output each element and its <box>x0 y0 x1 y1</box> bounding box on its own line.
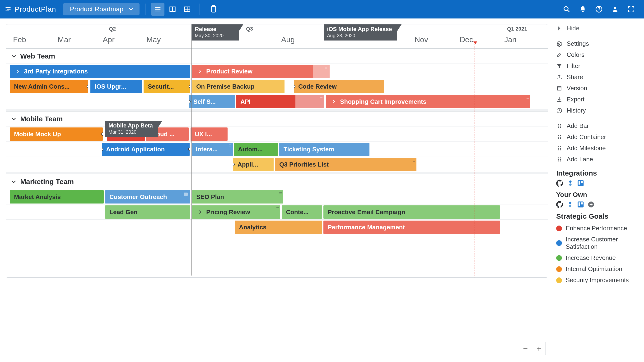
link-node-icon[interactable] <box>189 100 190 103</box>
svg-point-18 <box>558 43 560 44</box>
bar-label: Lead Gen <box>110 208 138 216</box>
export-link[interactable]: Export <box>556 94 637 105</box>
bar-pricing-review[interactable]: Pricing Review <box>192 205 280 219</box>
fullscreen-button[interactable] <box>626 4 636 14</box>
history-link[interactable]: History <box>556 105 637 116</box>
svg-point-24 <box>560 125 561 126</box>
timeline-view-button[interactable] <box>151 2 164 16</box>
svg-point-34 <box>560 146 561 147</box>
svg-point-32 <box>560 138 561 139</box>
bar-intera[interactable]: Intera... <box>192 143 233 156</box>
add-container[interactable]: Add Container <box>556 132 637 143</box>
version-link[interactable]: Version <box>556 83 637 94</box>
add-milestone[interactable]: Add Milestone <box>556 143 637 154</box>
link-node-icon[interactable] <box>102 148 103 151</box>
bar-label: Android Application <box>106 146 165 153</box>
bar-ticketing[interactable]: Ticketing System <box>279 143 370 156</box>
user-button[interactable] <box>610 4 620 14</box>
bar-new-admin[interactable]: New Admin Cons... <box>10 80 88 93</box>
goal-item[interactable]: Increase Revenue <box>556 252 637 263</box>
lane-header-marketing[interactable]: Marketing Team <box>6 174 548 189</box>
bar-api[interactable]: API <box>236 95 324 108</box>
filter-link[interactable]: Filter <box>556 60 637 72</box>
notifications-button[interactable] <box>578 4 588 14</box>
help-button[interactable] <box>594 4 604 14</box>
bar-self-s[interactable]: Self S... <box>189 95 235 108</box>
bar-product-review[interactable]: Product Review <box>192 65 330 78</box>
share-link[interactable]: Share <box>556 72 637 83</box>
share-icon <box>556 74 562 80</box>
month-label: Mar <box>58 35 71 44</box>
roadmap-canvas[interactable]: Q2 Q3 Q4 Q1 2021 Feb Mar Apr May Aug Nov… <box>6 24 548 278</box>
bar-lead-gen[interactable]: Lead Gen <box>105 205 190 219</box>
milestone-ios-release[interactable]: iOS Mobile App Release Aug 28, 2020 <box>324 24 397 40</box>
bar-3rd-party[interactable]: 3rd Party Integrations <box>10 65 190 78</box>
roadmap-selector[interactable]: Product Roadmap <box>63 3 140 15</box>
jira-icon[interactable] <box>567 180 574 187</box>
svg-point-17 <box>614 7 616 9</box>
bar-shopping-cart[interactable]: Shopping Cart Improvements <box>326 95 530 108</box>
svg-point-37 <box>558 149 559 150</box>
link-node-icon[interactable] <box>86 85 88 88</box>
milestone-release[interactable]: Release May 30, 2020 <box>192 24 239 40</box>
add-lane[interactable]: Add Lane <box>556 154 637 165</box>
goal-label: Security Improvements <box>566 276 629 284</box>
bar-autom[interactable]: Autom... <box>234 143 278 156</box>
lane-header-mobile[interactable]: Mobile Team <box>6 111 548 126</box>
grip-icon <box>413 159 415 163</box>
bar-proactive-email[interactable]: Proactive Email Campaign <box>324 205 500 219</box>
logo[interactable]: ProductPlan <box>5 5 56 13</box>
add-bar[interactable]: Add Bar <box>556 120 637 132</box>
clipboard-button[interactable] <box>209 4 218 14</box>
bar-mobile-mockup[interactable]: Mobile Mock Up <box>10 128 103 141</box>
goal-item[interactable]: Enhance Performance <box>556 223 637 234</box>
settings-link[interactable]: Settings <box>556 38 637 49</box>
bar-ios-upgrade[interactable]: iOS Upgr... <box>90 80 142 93</box>
link-node-icon[interactable] <box>189 85 190 88</box>
bar-conte[interactable]: Conte... <box>282 205 322 219</box>
bar-code-review[interactable]: Code Review <box>294 80 384 93</box>
trello-icon[interactable] <box>577 180 584 187</box>
link-node-icon[interactable] <box>233 163 235 166</box>
hide-panel[interactable]: Hide <box>556 23 637 34</box>
separator <box>145 3 146 15</box>
search-button[interactable] <box>562 4 572 14</box>
drag-handle-icon <box>556 123 562 129</box>
lane-header-web[interactable]: Web Team <box>6 49 548 63</box>
trello-icon[interactable] <box>577 201 584 208</box>
bar-performance-mgmt[interactable]: Performance Management <box>324 220 500 234</box>
github-icon[interactable] <box>556 201 563 208</box>
goal-item[interactable]: Increase Customer Satisfaction <box>556 234 637 252</box>
bar-android[interactable]: Android Application <box>102 143 190 156</box>
link-node-icon[interactable] <box>294 85 296 88</box>
bar-on-premise[interactable]: On Premise Backup <box>192 80 284 93</box>
github-icon[interactable] <box>556 180 563 187</box>
bar-market-analysis[interactable]: Market Analysis <box>10 190 104 203</box>
bar-q3-priorities[interactable]: Q3 Priorities List <box>275 158 416 171</box>
goal-item[interactable]: Internal Optimization <box>556 263 637 275</box>
svg-point-44 <box>560 160 561 161</box>
colors-link[interactable]: Colors <box>556 49 637 60</box>
link-node-icon[interactable] <box>101 132 103 136</box>
board-view-button[interactable] <box>166 2 179 16</box>
svg-point-36 <box>560 148 561 149</box>
svg-point-28 <box>560 135 561 136</box>
goal-item[interactable]: Security Improvements <box>556 275 637 286</box>
goal-color-dot <box>556 240 562 246</box>
bar-customer-outreach[interactable]: Customer Outreach <box>105 190 190 203</box>
bar-seo-plan[interactable]: SEO Plan <box>192 190 283 203</box>
link-node-icon[interactable] <box>188 148 190 151</box>
jira-icon[interactable] <box>567 201 574 208</box>
bar-analytics[interactable]: Analytics <box>235 220 322 234</box>
zoom-out-button[interactable]: − <box>519 342 532 355</box>
svg-rect-49 <box>578 202 580 206</box>
add-integration-icon[interactable] <box>588 201 595 208</box>
milestone-mobile-beta[interactable]: Mobile App Beta Mar 31, 2020 <box>105 121 158 137</box>
bar-appli[interactable]: Appli... <box>233 158 274 171</box>
svg-line-14 <box>568 10 570 12</box>
bar-ux-i[interactable]: UX I... <box>190 128 228 141</box>
grip-icon <box>526 96 529 100</box>
bar-security[interactable]: Securit... <box>144 80 190 93</box>
zoom-in-button[interactable]: + <box>532 342 546 355</box>
table-view-button[interactable] <box>180 2 194 16</box>
